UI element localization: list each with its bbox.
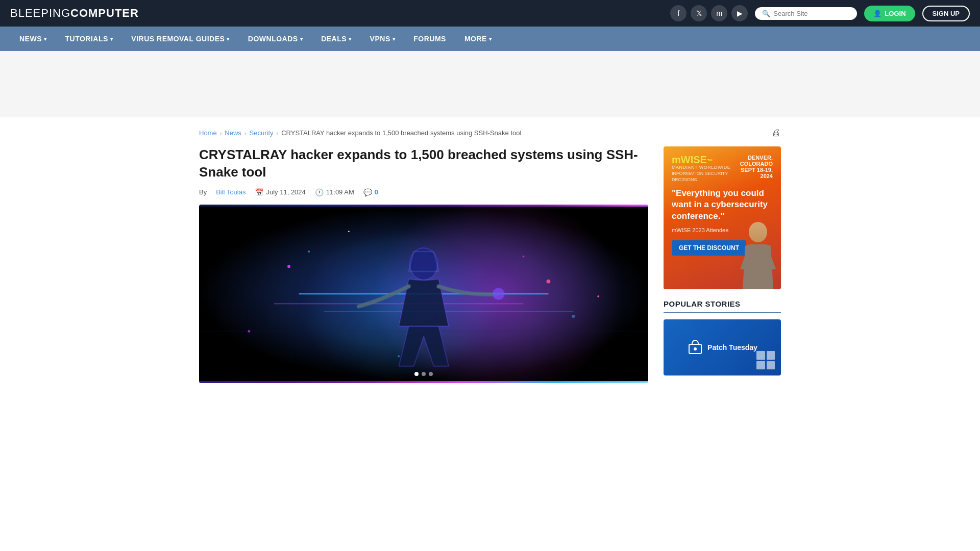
main-nav: NEWS ▾ TUTORIALS ▾ VIRUS REMOVAL GUIDES …	[0, 27, 980, 51]
dot-2	[422, 372, 426, 376]
article-comments[interactable]: 💬 0	[363, 188, 378, 196]
nav-news[interactable]: NEWS ▾	[10, 27, 56, 51]
print-icon[interactable]: 🖨	[772, 128, 781, 138]
svg-point-9	[287, 265, 290, 268]
svg-point-2	[299, 231, 499, 381]
patch-tuesday-card: Patch Tuesday	[664, 319, 781, 375]
chevron-down-icon: ▾	[110, 36, 113, 42]
popular-story-card[interactable]: Patch Tuesday	[664, 319, 781, 375]
mwise-dates: SEPT 18-19, 2024	[730, 167, 773, 179]
svg-point-15	[597, 295, 599, 297]
chevron-down-icon: ▾	[300, 36, 303, 42]
article-date: 📅 July 11, 2024	[255, 188, 305, 196]
svg-point-6	[410, 248, 438, 280]
twitter-icon[interactable]: 𝕏	[691, 5, 707, 21]
svg-point-8	[493, 288, 504, 299]
svg-point-13	[572, 315, 575, 318]
win-sq-3	[756, 361, 765, 370]
win-sq-2	[767, 351, 775, 360]
site-logo[interactable]: BLEEPINGCOMPUTER	[10, 7, 139, 20]
svg-point-17	[398, 355, 400, 357]
nav-vpns[interactable]: VPNS ▾	[361, 27, 405, 51]
mwise-org: MANDIANT WORLDWIDE	[672, 165, 730, 170]
chevron-down-icon: ▾	[393, 36, 396, 42]
nav-forums[interactable]: FORUMS	[404, 27, 455, 51]
mwise-sub: INFORMATION SECURITY DECISIONS	[672, 171, 730, 183]
ad-mwise-container: mWISE™ MANDIANT WORLDWIDE INFORMATION SE…	[664, 146, 781, 289]
content-wrapper: Home › News › Security › CRYSTALRAY hack…	[189, 117, 791, 393]
breadcrumb-separator: ›	[244, 130, 247, 136]
youtube-icon[interactable]: ▶	[731, 5, 748, 21]
sidebar-ad-mwise: mWISE™ MANDIANT WORLDWIDE INFORMATION SE…	[664, 146, 781, 289]
article-meta: By Bill Toulas 📅 July 11, 2024 🕐 11:09 A…	[199, 188, 648, 196]
article-layout: CRYSTALRAY hacker expands to 1,500 breac…	[199, 146, 781, 383]
svg-point-20	[749, 222, 767, 242]
social-icons: f 𝕏 m ▶	[670, 5, 748, 21]
nav-virus-removal[interactable]: VIRUS REMOVAL GUIDES ▾	[122, 27, 238, 51]
svg-point-10	[308, 251, 310, 253]
patch-tuesday-label: Patch Tuesday	[707, 343, 757, 352]
article-image	[199, 205, 648, 383]
nav-downloads[interactable]: DOWNLOADS ▾	[239, 27, 312, 51]
shield-lock-icon	[687, 339, 703, 356]
dot-1	[414, 372, 419, 376]
article-author[interactable]: Bill Toulas	[216, 188, 246, 196]
nav-deals[interactable]: DEALS ▾	[312, 27, 360, 51]
breadcrumb-current: CRYSTALRAY hacker expands to 1,500 breac…	[281, 129, 521, 137]
header-right: f 𝕏 m ▶ 🔍 👤 LOGIN SIGN UP	[670, 5, 970, 21]
patch-icon: Patch Tuesday	[687, 339, 757, 356]
signup-button[interactable]: SIGN UP	[922, 6, 970, 21]
breadcrumb-security[interactable]: Security	[250, 129, 274, 137]
article-author-prefix: By	[199, 188, 207, 196]
article-main: CRYSTALRAY hacker expands to 1,500 breac…	[199, 146, 648, 383]
breadcrumb-separator: ›	[220, 130, 222, 136]
mastodon-icon[interactable]: m	[711, 5, 727, 21]
search-input[interactable]	[773, 10, 850, 17]
chevron-down-icon: ▾	[489, 36, 492, 42]
win-sq-4	[767, 361, 775, 370]
popular-stories-title: POPULAR STORIES	[664, 299, 781, 313]
breadcrumb: Home › News › Security › CRYSTALRAY hack…	[199, 128, 781, 138]
article-image-svg	[199, 205, 648, 383]
article-title: CRYSTALRAY hacker expands to 1,500 breac…	[199, 146, 648, 181]
dot-3	[429, 372, 433, 376]
windows-logo	[756, 351, 775, 369]
mwise-logo: mWISE™	[672, 155, 730, 165]
mwise-branding: mWISE™ MANDIANT WORLDWIDE INFORMATION SE…	[672, 155, 730, 183]
chevron-down-icon: ▾	[349, 36, 352, 42]
popular-stories: POPULAR STORIES Patch Tuesday	[664, 299, 781, 375]
nav-more[interactable]: MORE ▾	[455, 27, 501, 51]
breadcrumb-news[interactable]: News	[225, 129, 241, 137]
ad-mwise-header: mWISE™ MANDIANT WORLDWIDE INFORMATION SE…	[672, 155, 773, 183]
logo-bold: COMPUTER	[70, 7, 139, 19]
facebook-icon[interactable]: f	[670, 5, 687, 21]
calendar-icon: 📅	[255, 188, 263, 196]
search-box: 🔍	[755, 7, 857, 20]
chevron-down-icon: ▾	[227, 36, 230, 42]
svg-point-22	[694, 347, 697, 350]
search-icon: 🔍	[762, 10, 770, 17]
login-button[interactable]: 👤 LOGIN	[864, 6, 915, 21]
nav-tutorials[interactable]: TUTORIALS ▾	[56, 27, 122, 51]
svg-point-16	[348, 231, 350, 232]
breadcrumb-home[interactable]: Home	[199, 129, 217, 137]
comment-count[interactable]: 0	[375, 188, 378, 196]
ad-mwise-person	[735, 218, 781, 289]
ad-banner-top	[0, 51, 980, 117]
site-header: BLEEPINGCOMPUTER f 𝕏 m ▶ 🔍 👤 LOGIN SIGN …	[0, 0, 980, 27]
image-dots	[414, 372, 433, 376]
article-time: 🕐 11:09 AM	[315, 188, 354, 196]
logo-light: BLEEPING	[10, 7, 70, 19]
ad-mwise-quote: "Everything you could want in a cybersec…	[672, 188, 773, 221]
clock-icon: 🕐	[315, 188, 324, 196]
comment-icon: 💬	[363, 188, 372, 196]
svg-point-12	[523, 255, 525, 257]
article-sidebar: mWISE™ MANDIANT WORLDWIDE INFORMATION SE…	[664, 146, 781, 383]
svg-point-11	[547, 279, 551, 283]
breadcrumb-separator: ›	[277, 130, 279, 136]
win-sq-1	[756, 351, 765, 360]
mwise-event-info: DENVER, COLORADO SEPT 18-19, 2024	[730, 155, 773, 179]
chevron-down-icon: ▾	[44, 36, 47, 42]
mwise-location: DENVER, COLORADO	[730, 155, 773, 167]
user-icon: 👤	[873, 10, 881, 17]
